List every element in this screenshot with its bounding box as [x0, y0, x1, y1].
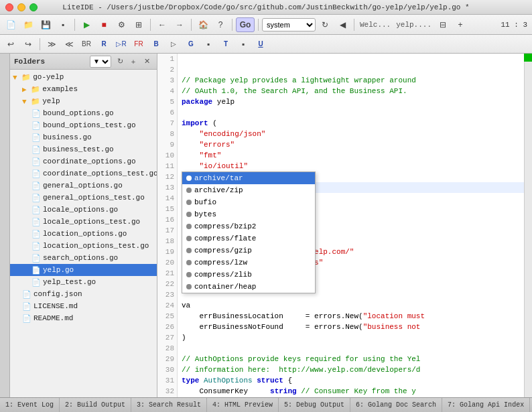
autocomplete-item[interactable]: archive/tar: [182, 172, 315, 184]
code-line[interactable]: // AuthOptions provide keys required for…: [182, 354, 524, 364]
tb-refresh-btn[interactable]: ↻: [317, 17, 333, 32]
maximize-button[interactable]: [29, 3, 38, 11]
tb-fwd-btn[interactable]: →: [172, 17, 188, 32]
tb-run-btn[interactable]: ▶: [78, 17, 94, 32]
tree-item[interactable]: 📄business.go: [10, 131, 157, 143]
tb2-btn4[interactable]: R: [96, 37, 112, 52]
tree-item[interactable]: 📄bound_options_test.go: [10, 119, 157, 131]
autocomplete-item[interactable]: archive/zip: [182, 184, 315, 196]
tree-item[interactable]: 📄coordinate_options.go: [10, 155, 157, 167]
code-line[interactable]: ): [182, 332, 524, 343]
code-line[interactable]: // OAuth 1.0, the Search API, and the Bu…: [182, 86, 524, 96]
tree-item[interactable]: 📄location_options_test.go: [10, 240, 157, 252]
status-tab-6[interactable]: 6: Golang Doc Search: [350, 398, 442, 412]
status-tab-2[interactable]: 2: Build Output: [60, 398, 131, 412]
autocomplete-item[interactable]: compress/flate: [182, 232, 315, 245]
folders-close-btn[interactable]: ✕: [141, 56, 153, 68]
tb2-btn5[interactable]: ▷R: [113, 37, 129, 52]
tree-item[interactable]: 📄search_options.go: [10, 252, 157, 264]
folders-dropdown[interactable]: ▼: [90, 56, 111, 68]
tb-saveas-btn[interactable]: ▪: [55, 17, 71, 32]
tb2-btn3[interactable]: BR: [78, 37, 94, 52]
tb-fmt-btn[interactable]: ⊞: [131, 17, 147, 32]
tb-detach-btn[interactable]: ⊟: [435, 17, 451, 32]
status-tab-3[interactable]: 3: Search Result: [131, 398, 207, 412]
autocomplete-item[interactable]: compress/gzip: [182, 245, 315, 257]
autocomplete-item[interactable]: compress/bzip2: [182, 220, 315, 232]
tb2-btn6[interactable]: FR: [131, 37, 147, 52]
tb2-btn7[interactable]: B: [148, 37, 164, 52]
tree-item[interactable]: 📄locale_options.go: [10, 204, 157, 216]
tb2-btn8[interactable]: ▷: [165, 37, 182, 52]
code-line[interactable]: "fmt": [182, 150, 524, 161]
tree-item[interactable]: 📄location_options.go: [10, 228, 157, 240]
tb2-btn13[interactable]: U: [253, 37, 269, 52]
autocomplete-item[interactable]: bytes: [182, 208, 315, 220]
code-line[interactable]: // Package yelp provides a lightweight w…: [182, 75, 524, 86]
code-line[interactable]: [182, 343, 524, 354]
autocomplete-item[interactable]: container/heap: [182, 281, 315, 293]
tb-go-btn[interactable]: Go: [236, 17, 255, 32]
code-line[interactable]: ConsumerKey string // Consumer Key from …: [182, 386, 524, 397]
tb2-redo-btn[interactable]: ↪: [20, 37, 36, 52]
code-line[interactable]: va: [182, 300, 524, 311]
tree-item[interactable]: 📄yelp_test.go: [10, 276, 157, 288]
tree-item[interactable]: 📄general_options.go: [10, 180, 157, 192]
code-line[interactable]: errBusinessLocation = errors.New("locati…: [182, 311, 524, 322]
tb2-btn9[interactable]: G: [183, 37, 199, 52]
autocomplete-item[interactable]: compress/lzw: [182, 257, 315, 269]
status-tab-5[interactable]: 5: Debug Output: [279, 398, 350, 412]
tb-prev-btn[interactable]: ◀: [334, 17, 350, 32]
code-line[interactable]: "errors": [182, 139, 524, 150]
tb2-btn10[interactable]: ▪: [200, 37, 216, 52]
code-line[interactable]: "io/ioutil": [182, 161, 524, 171]
status-tab-4[interactable]: 4: HTML Preview: [207, 398, 279, 412]
autocomplete-item[interactable]: bufio: [182, 196, 315, 208]
tree-item[interactable]: ▼ 📁go-yelp: [10, 71, 157, 83]
minimize-button[interactable]: [17, 3, 25, 11]
tree-item[interactable]: 📄LICENSE.md: [10, 300, 157, 312]
tb-back-btn[interactable]: ←: [154, 17, 170, 32]
tb2-btn1[interactable]: ≫: [44, 37, 60, 52]
status-tab-7[interactable]: 7: Golang Api Index: [442, 398, 530, 412]
folders-add-btn[interactable]: +: [127, 56, 139, 68]
autocomplete-item[interactable]: compress/zlib: [182, 269, 315, 281]
tb2-btn12[interactable]: ▪: [235, 37, 251, 52]
tree-item[interactable]: 📄locale_options_test.go: [10, 216, 157, 228]
tb2-undo-btn[interactable]: ↩: [3, 37, 19, 52]
scrollbar[interactable]: [524, 54, 532, 397]
tree-item[interactable]: 📄yelp.go: [10, 264, 157, 276]
code-line[interactable]: errBusinessNotFound = errors.New("busine…: [182, 322, 524, 332]
tb-home-btn[interactable]: 🏠: [195, 17, 211, 32]
code-line[interactable]: type AuthOptions struct {: [182, 375, 524, 386]
tree-item[interactable]: 📄general_options_test.go: [10, 192, 157, 204]
system-select[interactable]: system: [262, 18, 316, 31]
tb-new-btn[interactable]: 📄: [3, 17, 19, 32]
code-line[interactable]: ConsumerSecret string // Consumer Secret…: [182, 397, 524, 397]
editor-panel[interactable]: 1234567891011121314151617181920212223242…: [157, 54, 532, 397]
tb-open-btn[interactable]: 📁: [20, 17, 36, 32]
tree-item[interactable]: 📄bound_options.go: [10, 107, 157, 119]
close-button[interactable]: [5, 3, 13, 11]
tb2-btn2[interactable]: ≪: [61, 37, 77, 52]
status-tab-1[interactable]: 1: Event Log: [0, 398, 60, 412]
tree-item[interactable]: ▶ 📁examples: [10, 83, 157, 95]
tree-item[interactable]: 📄business_test.go: [10, 143, 157, 155]
code-line[interactable]: // information here: http://www.yelp.com…: [182, 364, 524, 375]
tb-stop-btn[interactable]: ■: [96, 17, 112, 32]
tree-item[interactable]: ▼ 📁yelp: [10, 95, 157, 107]
code-line[interactable]: "encoding/json": [182, 129, 524, 139]
tb-add-btn[interactable]: +: [452, 17, 468, 32]
code-line[interactable]: import (: [182, 118, 524, 129]
tree-item[interactable]: 📄README.md: [10, 312, 157, 324]
tb-save-btn[interactable]: 💾: [38, 17, 54, 32]
tree-item[interactable]: 📄coordinate_options_test.go: [10, 167, 157, 180]
code-line[interactable]: package yelp: [182, 96, 524, 107]
tb-build-btn[interactable]: ⚙: [113, 17, 129, 32]
code-line[interactable]: [182, 107, 524, 118]
autocomplete-dropdown[interactable]: archive/tararchive/zipbufiobytescompress…: [182, 171, 316, 293]
tb2-btn11[interactable]: T: [218, 37, 234, 52]
tb-help-btn[interactable]: ?: [212, 17, 228, 32]
tree-item[interactable]: 📄config.json: [10, 288, 157, 300]
folders-refresh-btn[interactable]: ↻: [114, 56, 126, 68]
